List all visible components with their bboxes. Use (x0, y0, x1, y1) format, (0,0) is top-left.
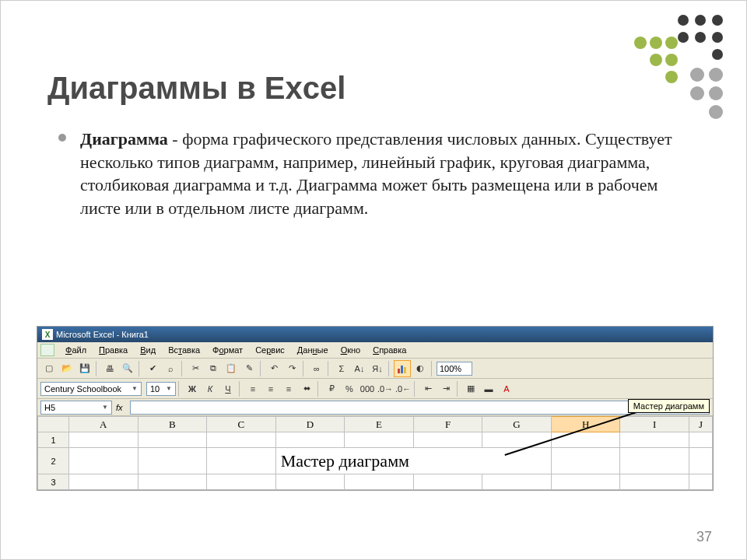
separator (239, 381, 242, 397)
chart-wizard-icon[interactable] (394, 360, 411, 377)
menu-сервис[interactable]: Сервис (249, 344, 291, 356)
separator (303, 361, 306, 376)
paste-icon[interactable]: 📋 (223, 360, 240, 377)
menu-формат[interactable]: Формат (206, 344, 249, 356)
separator (178, 381, 181, 397)
new-icon[interactable]: ▢ (40, 360, 58, 377)
separator (328, 361, 331, 376)
row-header[interactable]: 3 (38, 474, 69, 490)
separator (388, 361, 391, 376)
menu-данные[interactable]: Данные (291, 344, 335, 356)
align-left-icon[interactable]: ≡ (244, 380, 261, 397)
worksheet-grid: ABCDEFGHIJ 1 2Мастер диаграмм 3 (37, 416, 713, 490)
font-size-value: 10 (150, 384, 160, 394)
print-icon[interactable]: 🖶 (101, 360, 118, 377)
col-header-B[interactable]: B (138, 417, 207, 432)
open-icon[interactable]: 📂 (58, 360, 75, 377)
drawing-icon[interactable]: ◐ (412, 360, 429, 377)
col-header-A[interactable]: A (69, 417, 139, 432)
align-center-icon[interactable]: ≡ (262, 380, 279, 397)
standard-toolbar: ▢ 📂 💾 🖶 🔍 ✔ ⌕ ✂ ⧉ 📋 ✎ ↶ ↷ ∞ Σ A↓ Я↓ ◐ 10… (37, 359, 713, 379)
font-color-icon[interactable]: A (498, 380, 515, 397)
decrease-indent-icon[interactable]: ⇤ (419, 380, 437, 397)
sort-desc-icon[interactable]: Я↓ (369, 360, 386, 377)
menu-окно[interactable]: Окно (335, 344, 367, 356)
redo-icon[interactable]: ↷ (283, 360, 300, 377)
col-header-H[interactable]: H (551, 417, 620, 432)
undo-icon[interactable]: ↶ (265, 360, 282, 377)
name-box[interactable]: H5 ▼ (40, 401, 112, 415)
cut-icon[interactable]: ✂ (187, 360, 204, 377)
decorative-dots (597, 10, 729, 119)
font-name-box[interactable]: Century Schoolbook ▼ (40, 382, 142, 396)
fx-label[interactable]: fx (113, 403, 126, 412)
bullet-icon (58, 134, 66, 142)
menu-вид[interactable]: Вид (134, 344, 162, 356)
excel-titlebar: X Microsoft Excel - Книга1 (37, 327, 713, 342)
borders-icon[interactable]: ▦ (462, 380, 479, 397)
spellcheck-icon[interactable]: ✔ (144, 360, 161, 377)
separator (431, 361, 434, 376)
bold-button[interactable]: Ж (184, 380, 201, 397)
row-header[interactable]: 1 (38, 432, 69, 448)
name-box-value: H5 (44, 403, 55, 412)
fill-color-icon[interactable]: ▬ (480, 380, 497, 397)
row-header[interactable]: 2 (38, 448, 69, 474)
formula-bar[interactable] (130, 401, 710, 415)
menu-правка[interactable]: Правка (93, 344, 134, 356)
zoom-box[interactable]: 100% (437, 362, 472, 376)
formatting-toolbar: Century Schoolbook ▼ 10 ▼ Ж К Ч ≡ ≡ ≡ ⬌ … (37, 379, 713, 399)
sort-asc-icon[interactable]: A↓ (351, 360, 368, 377)
decrease-decimal-icon[interactable]: .0← (395, 380, 412, 397)
autosum-icon[interactable]: Σ (333, 360, 350, 377)
formula-bar-row: H5 ▼ fx (37, 399, 713, 416)
separator (260, 361, 263, 376)
col-header-F[interactable]: F (413, 417, 482, 432)
merge-center-icon[interactable]: ⬌ (298, 380, 315, 397)
save-icon[interactable]: 💾 (76, 360, 93, 377)
percent-icon[interactable]: % (341, 380, 358, 397)
select-all-corner[interactable] (38, 417, 69, 432)
col-header-J[interactable]: J (689, 417, 713, 432)
currency-icon[interactable]: ₽ (323, 380, 340, 397)
hyperlink-icon[interactable]: ∞ (308, 360, 325, 377)
increase-decimal-icon[interactable]: .0→ (377, 380, 394, 397)
definition-text: - форма графического представления число… (80, 129, 672, 218)
col-header-E[interactable]: E (345, 417, 414, 432)
font-size-box[interactable]: 10 ▼ (146, 382, 176, 396)
excel-menubar: ФайлПравкаВидВставкаФорматСервисДанныеОк… (37, 342, 713, 359)
excel-screenshot: X Microsoft Excel - Книга1 ФайлПравкаВид… (37, 326, 714, 491)
research-icon[interactable]: ⌕ (162, 360, 179, 377)
slide-body: Диаграмма - форма графического представл… (47, 128, 700, 220)
copy-icon[interactable]: ⧉ (205, 360, 222, 377)
menu-файл[interactable]: Файл (59, 344, 93, 356)
col-header-I[interactable]: I (620, 417, 689, 432)
svg-rect-1 (401, 366, 403, 373)
increase-indent-icon[interactable]: ⇥ (437, 380, 454, 397)
separator (457, 381, 460, 397)
term: Диаграмма (80, 129, 168, 149)
format-painter-icon[interactable]: ✎ (240, 360, 258, 377)
separator (181, 361, 184, 376)
excel-title-text: Microsoft Excel - Книга1 (56, 330, 149, 339)
col-header-G[interactable]: G (482, 417, 552, 432)
font-name-value: Century Schoolbook (44, 384, 121, 394)
chevron-down-icon: ▼ (132, 385, 138, 392)
page-number: 37 (696, 529, 712, 545)
align-right-icon[interactable]: ≡ (280, 380, 297, 397)
chevron-down-icon: ▼ (102, 404, 108, 411)
menu-справка[interactable]: Справка (366, 344, 412, 356)
menu-вставка[interactable]: Вставка (162, 344, 206, 356)
italic-button[interactable]: К (202, 380, 219, 397)
col-header-C[interactable]: C (207, 417, 276, 432)
col-header-D[interactable]: D (275, 417, 345, 432)
chart-wizard-tooltip: Мастер диаграмм (628, 399, 710, 413)
print-preview-icon[interactable]: 🔍 (119, 360, 136, 377)
zoom-value: 100% (440, 364, 461, 373)
comma-icon[interactable]: 000 (359, 380, 376, 397)
underline-button[interactable]: Ч (219, 380, 237, 397)
separator (139, 361, 142, 376)
separator (414, 381, 417, 397)
separator (317, 381, 321, 397)
svg-rect-0 (398, 369, 400, 373)
